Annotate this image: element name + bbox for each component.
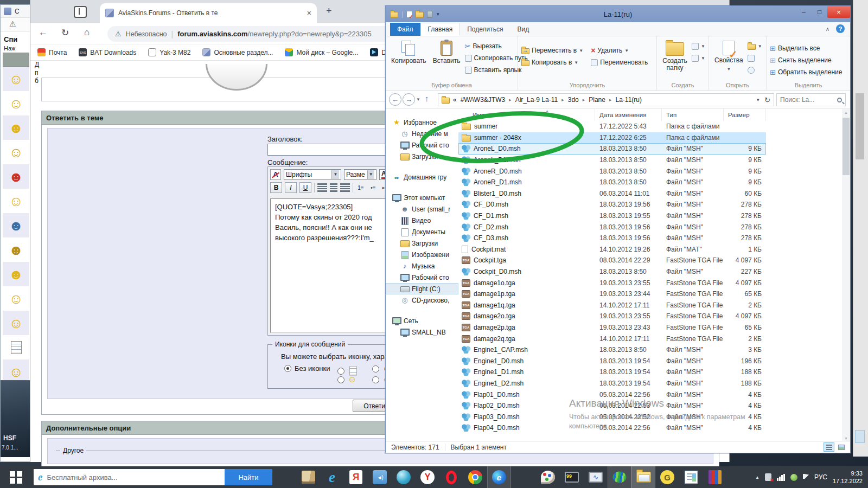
file-row[interactable]: Engine1_D2.msh18.03.2013 19:54Файл "MSH"…: [458, 378, 766, 389]
tab-share[interactable]: Поделиться: [460, 23, 510, 36]
underline-button[interactable]: U: [299, 182, 311, 193]
clock[interactable]: 9:33 17.12.2022: [833, 470, 863, 485]
il2-caterpillar-icon[interactable]: [608, 466, 631, 488]
winrar-icon[interactable]: [703, 466, 727, 488]
file-row[interactable]: Cockpit.mat14.10.2012 19:26Файл "MAT"1 К…: [458, 244, 766, 255]
breadcrumb-bar[interactable]: «#WAW3&JTW3▸Air_La-9 La-11▸3do▸Plane▸La-…: [438, 93, 774, 106]
nav-item[interactable]: Загрузки: [386, 237, 458, 249]
bookmark-item[interactable]: SASBAT Downloads: [79, 48, 136, 56]
file-row[interactable]: Engine1_CAP.msh18.03.2013 8:50Файл "MSH"…: [458, 344, 766, 356]
delete-button[interactable]: ×Удалить▼: [591, 45, 648, 56]
file-row[interactable]: TGAdamage2q.tga14.10.2012 17:11FastStone…: [458, 333, 766, 344]
file-list-scrollbar[interactable]: ▲ ▼: [842, 109, 850, 442]
laugh-smiley[interactable]: ☻: [3, 115, 29, 140]
note-smiley[interactable]: [3, 335, 29, 359]
remove-format-icon[interactable]: A: [270, 169, 281, 180]
file-row[interactable]: Flap01_D0.msh05.03.2014 22:56Файл "MSH"4…: [458, 389, 766, 400]
monitor-99-icon[interactable]: 99: [560, 466, 584, 488]
search-box[interactable]: Поиск: La...: [776, 93, 846, 106]
align-right-icon[interactable]: [340, 183, 350, 192]
help-icon[interactable]: ?: [836, 24, 845, 33]
file-row[interactable]: Flap04_D0.msh05.03.2014 22:56Файл "MSH"4…: [458, 422, 766, 434]
properties-button[interactable]: Свойства▼: [712, 40, 745, 74]
details-view-button[interactable]: [824, 442, 834, 452]
properties-icon[interactable]: [406, 11, 412, 18]
taskbar-search[interactable]: e Бесплатный архива... Найти: [34, 469, 272, 485]
browser-tab[interactable]: AviaSkins.Forums - Ответить в те ×: [100, 3, 317, 23]
new-folder-icon[interactable]: [416, 12, 424, 18]
close-button[interactable]: ×: [827, 6, 850, 18]
rename-button[interactable]: Переименовать: [591, 57, 648, 68]
bold-button[interactable]: B: [270, 182, 282, 193]
nav-item[interactable]: Избранное: [386, 117, 458, 128]
nav-item[interactable]: Изображени: [386, 249, 458, 260]
column-size[interactable]: Размер: [724, 109, 766, 121]
file-row[interactable]: Blister1_D0.msh06.03.2014 11:01Файл "MSH…: [458, 188, 766, 200]
nav-item[interactable]: Рабочий сто: [386, 272, 458, 283]
nav-item[interactable]: Flight (C:): [386, 283, 458, 294]
beer-smiley[interactable]: ☻: [3, 237, 29, 262]
recycle-icon[interactable]: [427, 11, 432, 18]
breadcrumb-item[interactable]: La-11(ru): [616, 96, 642, 104]
easy-access-button[interactable]: ▼: [692, 53, 705, 63]
back-icon[interactable]: ←: [389, 93, 401, 106]
tab-home[interactable]: Главная: [420, 23, 461, 36]
file-row[interactable]: TGAdamage1p.tga19.03.2013 23:44FastStone…: [458, 288, 766, 300]
maximize-button[interactable]: □: [812, 6, 827, 18]
radio-selected[interactable]: [284, 365, 291, 372]
radio[interactable]: [372, 376, 379, 383]
explorer-title-bar[interactable]: | ▼ La-11(ru) – □ ×: [386, 6, 850, 22]
breadcrumb-item[interactable]: #WAW3&JTW3: [461, 96, 505, 104]
smile-smiley[interactable]: ☺: [3, 67, 29, 91]
breadcrumb-item[interactable]: 3do: [568, 96, 579, 104]
open-button[interactable]: ▼: [748, 41, 762, 52]
file-row[interactable]: AroneL_D1.msh18.03.2013 8:50Файл "MSH"9 …: [458, 155, 766, 166]
chevron-down-icon[interactable]: ▼: [436, 12, 440, 17]
sphere-app-icon[interactable]: [392, 466, 416, 488]
breadcrumb-item[interactable]: Plane: [589, 96, 605, 104]
nav-item[interactable]: Рабочий сто: [386, 139, 458, 151]
tab-close-icon[interactable]: ×: [307, 9, 311, 17]
bullet-list-icon[interactable]: •≡: [368, 183, 378, 192]
select-all-button[interactable]: ⊞Выделить все: [770, 43, 842, 54]
ordered-list-icon[interactable]: 1≡: [356, 183, 366, 192]
move-to-button[interactable]: Переместить в▼: [521, 45, 583, 56]
align-left-icon[interactable]: [317, 183, 327, 192]
edit-button[interactable]: [748, 53, 762, 63]
file-row[interactable]: CF_D2.msh18.03.2013 19:56Файл "MSH"278 К…: [458, 221, 766, 233]
radio[interactable]: [337, 368, 344, 375]
bookmark-item[interactable]: Основные раздел...: [202, 48, 273, 56]
background-scrollbar-thumb[interactable]: [856, 93, 864, 159]
column-type[interactable]: Тип: [662, 109, 724, 121]
lol-smiley[interactable]: ☻: [3, 262, 29, 286]
up-icon[interactable]: ↑: [425, 94, 429, 103]
bookmark-item[interactable]: Yak-3 M82: [148, 48, 190, 56]
update-shield-icon[interactable]: [790, 474, 797, 481]
devil-smiley[interactable]: ☻: [3, 164, 29, 189]
file-row[interactable]: summer - 2048x17.12.2022 6:25Папка с фай…: [458, 132, 766, 144]
file-row[interactable]: AroneL_D0.msh18.03.2013 8:50Файл "MSH"9 …: [458, 143, 766, 155]
network-signal-icon[interactable]: [777, 474, 785, 481]
nav-item[interactable]: Недавние м: [386, 128, 458, 139]
opera-icon[interactable]: [439, 466, 463, 488]
scroll-up-icon[interactable]: ▲: [842, 111, 850, 114]
file-row[interactable]: TGAdamage1q.tga14.10.2012 17:11FastStone…: [458, 300, 766, 311]
column-date[interactable]: Дата изменения: [595, 109, 662, 121]
start-button[interactable]: [0, 466, 31, 488]
tray-expand-icon[interactable]: ▲: [755, 475, 760, 480]
copy-button[interactable]: Копировать: [389, 40, 429, 66]
file-row[interactable]: CF_D1.msh18.03.2013 19:55Файл "MSH"278 К…: [458, 210, 766, 222]
history-button[interactable]: [748, 65, 762, 75]
new-item-button[interactable]: ▼: [692, 41, 705, 52]
forward-icon[interactable]: →: [403, 93, 415, 106]
nav-item[interactable]: Домашняя гру: [386, 171, 458, 183]
yandex-alpha-icon[interactable]: Я: [344, 466, 368, 488]
minimize-button[interactable]: –: [796, 6, 812, 18]
file-row[interactable]: TGACockpit.tga08.03.2014 22:29FastStone …: [458, 255, 766, 266]
icon-option-smile[interactable]: ☺: [337, 375, 356, 384]
invert-selection-button[interactable]: ⊞Обратить выделение: [770, 67, 842, 78]
file-row[interactable]: TGAdamage2o.tga19.03.2013 23:55FastStone…: [458, 311, 766, 322]
file-row[interactable]: CF_D0.msh18.03.2013 19:56Файл "MSH"278 К…: [458, 199, 766, 210]
wave-smiley[interactable]: ☺: [3, 286, 29, 311]
file-row[interactable]: AroneR_D0.msh18.03.2013 8:50Файл "MSH"9 …: [458, 165, 766, 177]
